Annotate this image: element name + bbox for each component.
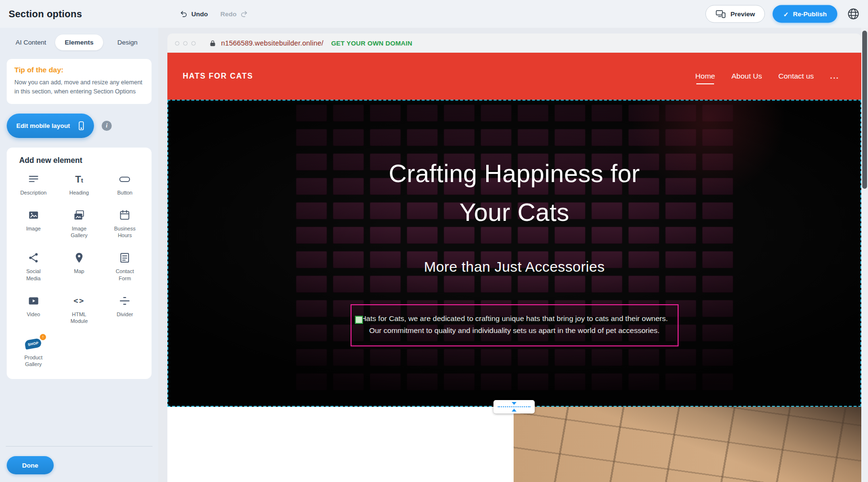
check-icon: ✓ [783, 10, 788, 18]
section-options-sidebar: AI Content Elements Design Tip of the da… [0, 28, 158, 482]
image-gallery-icon [73, 208, 85, 222]
preview-button[interactable]: Preview [705, 5, 765, 23]
sidebar-tabs: AI Content Elements Design [7, 34, 152, 50]
element-item-contact-form[interactable]: Contact Form [102, 251, 148, 282]
lock-icon [209, 40, 216, 47]
upgrade-badge-icon: ↑ [40, 334, 46, 340]
element-item-html-module[interactable]: <> HTML Module [56, 294, 102, 325]
scrollbar-thumb[interactable] [862, 31, 867, 189]
element-item-heading[interactable]: Tt Heading [56, 172, 102, 196]
element-item-business-hours[interactable]: Business Hours [102, 208, 148, 239]
arrow-up-icon [512, 409, 516, 412]
nav-item-contact[interactable]: Contact us [778, 70, 814, 82]
info-icon[interactable]: i [102, 121, 112, 131]
page-scrollbar[interactable] [861, 28, 868, 482]
tip-of-the-day-card: Tip of the day: Now you can add, move an… [7, 59, 152, 104]
window-dot [183, 41, 188, 46]
tab-ai-content[interactable]: AI Content [7, 34, 55, 50]
element-item-map[interactable]: Map [56, 251, 102, 282]
business-hours-icon [118, 208, 131, 222]
add-element-title: Add new element [19, 156, 148, 165]
nav-more-button[interactable]: ... [830, 70, 839, 82]
editor-canvas: n1566589.websitebuilder.online/ GET YOUR… [158, 28, 861, 482]
element-item-image-gallery[interactable]: Image Gallery [56, 208, 102, 239]
hero-paragraph[interactable]: Hats for Cats, we are dedicated to craft… [357, 313, 672, 337]
resize-dotted-line [498, 406, 530, 407]
element-item-product-gallery[interactable]: SHOP ↑ Product Gallery [11, 337, 56, 368]
image-icon [27, 208, 40, 222]
html-module-icon: <> [73, 294, 84, 308]
hero-heading[interactable]: Crafting Happiness for Your Cats [361, 154, 668, 231]
edit-mobile-layout-button[interactable]: Edit mobile layout [7, 114, 94, 138]
add-element-card: Add new element Description Tt Heading [7, 148, 152, 379]
element-item-divider[interactable]: Divider [102, 294, 148, 325]
nav-item-home[interactable]: Home [695, 70, 715, 82]
globe-icon [847, 8, 860, 21]
hero-subheading[interactable]: More than Just Accessories [168, 259, 860, 275]
undo-redo-group: Undo Redo [180, 10, 248, 18]
drag-handle-green[interactable] [355, 316, 363, 324]
sidebar-divider [6, 446, 152, 447]
element-item-video[interactable]: Video [11, 294, 56, 325]
element-item-button[interactable]: Button [102, 172, 148, 196]
redo-icon [240, 10, 248, 18]
redo-button[interactable]: Redo [221, 10, 248, 18]
undo-icon [180, 10, 188, 18]
nav-item-about[interactable]: About Us [731, 70, 762, 82]
tip-body: Now you can add, move and resize any ele… [14, 78, 144, 96]
tip-title: Tip of the day: [14, 66, 144, 74]
next-section-content[interactable] [167, 407, 514, 482]
window-dot [191, 41, 196, 46]
next-section-image[interactable] [514, 407, 861, 482]
arrow-down-icon [512, 402, 516, 405]
republish-button[interactable]: ✓ Re-Publish [773, 5, 837, 23]
app-window: Section options Undo Redo Preview [0, 0, 868, 482]
next-section [167, 407, 861, 482]
topbar-actions: Preview ✓ Re-Publish [705, 5, 861, 23]
undo-button[interactable]: Undo [180, 10, 208, 18]
tab-design[interactable]: Design [103, 34, 152, 50]
window-dot [175, 41, 179, 46]
product-gallery-icon: SHOP ↑ [25, 337, 41, 351]
website-preview: HATS FOR CATS Home About Us Contact us .… [167, 53, 861, 482]
brick-wall-background [296, 104, 733, 390]
button-icon [118, 172, 131, 186]
page-title: Section options [9, 9, 82, 20]
site-url[interactable]: n1566589.websitebuilder.online/ [221, 39, 323, 47]
element-item-image[interactable]: Image [11, 208, 56, 239]
element-item-description[interactable]: Description [11, 172, 56, 196]
heading-icon: Tt [75, 172, 83, 186]
get-domain-link[interactable]: GET YOUR OWN DOMAIN [331, 40, 412, 47]
done-button[interactable]: Done [7, 456, 54, 474]
site-nav: Home About Us Contact us ... [695, 70, 839, 82]
devices-icon [716, 10, 726, 18]
social-media-icon [27, 251, 40, 264]
tab-elements[interactable]: Elements [55, 34, 104, 50]
window-dots [175, 41, 196, 46]
contact-form-icon [118, 251, 131, 264]
divider-icon [118, 294, 131, 308]
selected-text-element[interactable]: Hats for Cats, we are dedicated to craft… [351, 304, 679, 346]
browser-chrome-bar: n1566589.websitebuilder.online/ GET YOUR… [167, 34, 861, 53]
video-icon [27, 294, 40, 308]
map-pin-icon [73, 251, 85, 264]
phone-icon [76, 121, 86, 131]
site-logo[interactable]: HATS FOR CATS [183, 72, 253, 80]
description-icon [27, 172, 40, 186]
top-bar: Section options Undo Redo Preview [0, 0, 868, 28]
section-resize-handle[interactable] [493, 400, 535, 413]
language-globe-button[interactable] [845, 6, 861, 22]
hero-section[interactable]: Crafting Happiness for Your Cats More th… [167, 100, 861, 407]
site-header[interactable]: HATS FOR CATS Home About Us Contact us .… [167, 53, 861, 100]
element-item-social-media[interactable]: Social Media [11, 251, 56, 282]
element-grid: Description Tt Heading Button Ima [11, 172, 148, 368]
